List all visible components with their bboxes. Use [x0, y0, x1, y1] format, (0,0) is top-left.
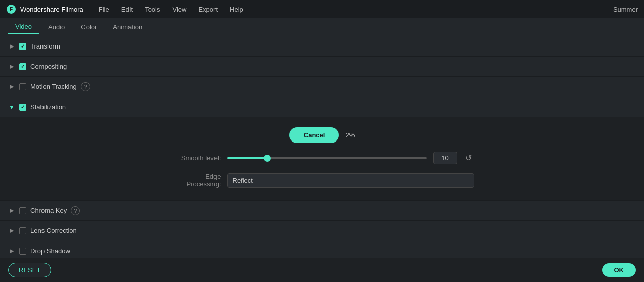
checkbox-chroma-key[interactable] — [19, 207, 26, 214]
section-stabilization[interactable]: ▼ Stabilization — [0, 97, 644, 117]
chevron-stabilization: ▼ — [8, 104, 15, 110]
tab-audio[interactable]: Audio — [41, 20, 72, 34]
progress-text: 2% — [345, 131, 355, 139]
label-drop-shadow: Drop Shadow — [30, 247, 70, 255]
smooth-reset-button[interactable]: ↺ — [463, 151, 474, 165]
menu-view[interactable]: View — [167, 4, 191, 15]
checkbox-drop-shadow[interactable] — [19, 248, 26, 255]
edge-processing-label: Edge Processing: — [170, 173, 221, 188]
cancel-button[interactable]: Cancel — [289, 127, 339, 143]
menu-export[interactable]: Export — [193, 4, 223, 15]
section-compositing[interactable]: ▶ Compositing — [0, 57, 644, 77]
menu-bar: File Edit Tools View Export Help — [94, 4, 609, 15]
svg-text:F: F — [10, 7, 13, 12]
stabilization-content: Cancel 2% Smooth level: ↺ Edge Processin… — [0, 117, 644, 201]
label-chroma-key: Chroma Key — [30, 207, 67, 214]
chevron-lens-correction: ▶ — [8, 227, 15, 234]
label-motion-tracking: Motion Tracking — [30, 83, 77, 90]
slider-fill — [227, 157, 267, 159]
label-transform: Transform — [30, 42, 60, 50]
edge-processing-select[interactable]: Reflect Tile Extend Crop — [227, 173, 474, 188]
section-lens-correction[interactable]: ▶ Lens Correction — [0, 221, 644, 241]
ok-button[interactable]: OK — [602, 263, 636, 277]
reset-button[interactable]: RESET — [8, 263, 51, 277]
checkbox-motion-tracking[interactable] — [19, 83, 26, 90]
help-motion-tracking[interactable]: ? — [81, 82, 90, 91]
label-stabilization: Stabilization — [30, 103, 66, 111]
label-compositing: Compositing — [30, 63, 67, 70]
edge-processing-row: Edge Processing: Reflect Tile Extend Cro… — [170, 173, 474, 188]
tab-video[interactable]: Video — [8, 20, 39, 34]
smooth-level-label: Smooth level: — [170, 154, 221, 162]
main-panel: ▶ Transform ▶ Compositing ▶ Motion Track… — [0, 36, 644, 282]
slider-thumb[interactable] — [264, 155, 271, 162]
app-name: Wondershare Filmora — [20, 6, 83, 13]
menu-file[interactable]: File — [94, 4, 114, 15]
checkbox-stabilization[interactable] — [19, 104, 26, 111]
menu-tools[interactable]: Tools — [140, 4, 165, 15]
smooth-value-input[interactable] — [433, 152, 457, 164]
checkbox-compositing[interactable] — [19, 63, 26, 70]
menu-help[interactable]: Help — [225, 4, 248, 15]
menu-edit[interactable]: Edit — [116, 4, 138, 15]
checkbox-transform[interactable] — [19, 43, 26, 50]
app-logo: F — [6, 4, 16, 14]
help-chroma-key[interactable]: ? — [71, 206, 80, 215]
title-bar: F Wondershare Filmora File Edit Tools Vi… — [0, 0, 644, 18]
cancel-row: Cancel 2% — [289, 127, 355, 143]
tab-animation[interactable]: Animation — [106, 20, 149, 34]
checkbox-lens-correction[interactable] — [19, 227, 26, 234]
label-lens-correction: Lens Correction — [30, 227, 77, 234]
chevron-motion-tracking: ▶ — [8, 83, 15, 90]
smooth-slider[interactable] — [227, 153, 427, 163]
chevron-chroma-key: ▶ — [8, 207, 15, 214]
section-motion-tracking[interactable]: ▶ Motion Tracking ? — [0, 77, 644, 97]
tab-bar: Video Audio Color Animation — [0, 18, 644, 36]
section-transform[interactable]: ▶ Transform — [0, 36, 644, 57]
chevron-transform: ▶ — [8, 43, 15, 50]
chevron-compositing: ▶ — [8, 63, 15, 70]
section-chroma-key[interactable]: ▶ Chroma Key ? — [0, 201, 644, 221]
smooth-level-row: Smooth level: ↺ — [170, 151, 474, 165]
tab-color[interactable]: Color — [74, 20, 104, 34]
bottom-bar: RESET OK — [0, 258, 644, 282]
slider-track — [227, 157, 427, 159]
user-name: Summer — [613, 6, 638, 13]
chevron-drop-shadow: ▶ — [8, 248, 15, 254]
